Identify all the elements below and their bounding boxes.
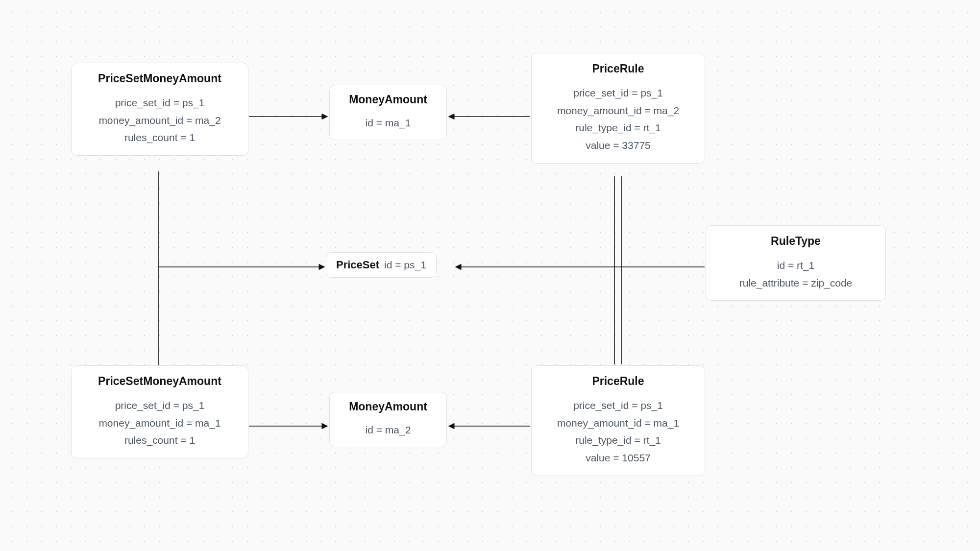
node-price-rule-2: PriceRule price_set_id = ps_1 money_amou…: [531, 365, 705, 476]
node-title: MoneyAmount: [343, 400, 434, 413]
node-title: MoneyAmount: [343, 93, 434, 106]
attr-rules-count: rules_count = 1: [84, 129, 235, 146]
node-psma-2: PriceSetMoneyAmount price_set_id = ps_1 …: [71, 365, 248, 458]
attr-id: id = ma_1: [343, 114, 434, 132]
attr-price-set-id: price_set_id = ps_1: [84, 94, 235, 112]
node-title: RuleType: [719, 235, 873, 248]
attr-money-amount-id: money_amount_id = ma_1: [544, 414, 692, 432]
attr-id: id = rt_1: [719, 257, 873, 274]
attr-rule-type-id: rule_type_id = rt_1: [544, 431, 692, 449]
attr-id: id = ps_1: [384, 260, 426, 270]
attr-money-amount-id: money_amount_id = ma_2: [84, 112, 235, 129]
node-rule-type: RuleType id = rt_1 rule_attribute = zip_…: [706, 225, 886, 301]
attr-rule-type-id: rule_type_id = rt_1: [544, 119, 692, 137]
attr-price-set-id: price_set_id = ps_1: [544, 397, 692, 414]
attr-money-amount-id: money_amount_id = ma_1: [84, 414, 235, 432]
attr-money-amount-id: money_amount_id = ma_2: [544, 102, 692, 120]
node-psma-1: PriceSetMoneyAmount price_set_id = ps_1 …: [71, 63, 248, 156]
attr-rule-attribute: rule_attribute = zip_code: [719, 274, 873, 292]
attr-price-set-id: price_set_id = ps_1: [544, 84, 692, 102]
edge-psma1-to-priceset: [158, 171, 324, 267]
diagram-canvas: PriceSetMoneyAmount price_set_id = ps_1 …: [0, 0, 980, 551]
attr-id: id = ma_2: [343, 421, 434, 439]
node-price-rule-1: PriceRule price_set_id = ps_1 money_amou…: [531, 53, 705, 164]
node-title: PriceRule: [544, 62, 692, 75]
attr-value: value = 33775: [544, 137, 692, 154]
attr-value: value = 10557: [544, 449, 692, 467]
node-money-amount-1: MoneyAmount id = ma_1: [329, 85, 447, 140]
node-money-amount-2: MoneyAmount id = ma_2: [329, 392, 447, 447]
attr-price-set-id: price_set_id = ps_1: [84, 397, 235, 414]
node-price-set: PriceSet id = ps_1: [326, 252, 437, 278]
node-title: PriceSetMoneyAmount: [84, 375, 235, 388]
node-title: PriceSet: [336, 259, 379, 271]
node-title: PriceSetMoneyAmount: [84, 72, 235, 85]
node-title: PriceRule: [544, 375, 692, 388]
attr-rules-count: rules_count = 1: [84, 431, 235, 449]
